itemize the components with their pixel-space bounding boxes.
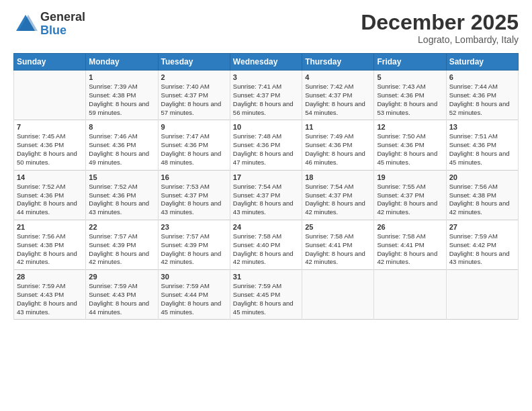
calendar-table: Sunday Monday Tuesday Wednesday Thursday…: [13, 53, 519, 320]
cell-sunrise: Sunrise: 7:46 AM: [89, 132, 137, 140]
day-number: 4: [305, 73, 371, 81]
calendar-row: 14 Sunrise: 7:52 AM Sunset: 4:36 PM Dayl…: [14, 170, 519, 220]
col-wednesday: Wednesday: [230, 54, 302, 71]
location: Lograto, Lombardy, Italy: [361, 34, 519, 45]
calendar-row: 28 Sunrise: 7:59 AM Sunset: 4:43 PM Dayl…: [14, 270, 519, 320]
day-number: 30: [161, 273, 227, 281]
day-number: 9: [161, 123, 227, 131]
table-row: 26 Sunrise: 7:58 AM Sunset: 4:41 PM Dayl…: [374, 220, 446, 269]
cell-sunset: Sunset: 4:36 PM: [377, 91, 424, 99]
cell-sunset: Sunset: 4:38 PM: [17, 241, 64, 248]
cell-daylight: Daylight: 8 hours and 49 minutes.: [89, 150, 149, 166]
cell-sunrise: Sunrise: 7:40 AM: [161, 83, 210, 90]
cell-sunrise: Sunrise: 7:56 AM: [17, 232, 65, 240]
table-row: 11 Sunrise: 7:49 AM Sunset: 4:36 PM Dayl…: [302, 120, 374, 170]
cell-sunrise: Sunrise: 7:53 AM: [161, 183, 210, 190]
cell-daylight: Daylight: 8 hours and 59 minutes.: [89, 100, 149, 116]
cell-daylight: Daylight: 8 hours and 43 minutes.: [449, 250, 510, 266]
table-row: 6 Sunrise: 7:44 AM Sunset: 4:36 PM Dayli…: [446, 71, 518, 120]
logo-general: General: [40, 11, 85, 24]
day-number: 28: [17, 273, 83, 281]
cell-sunset: Sunset: 4:36 PM: [89, 141, 136, 148]
col-tuesday: Tuesday: [158, 54, 230, 71]
cell-sunset: Sunset: 4:41 PM: [305, 241, 352, 248]
table-row: 8 Sunrise: 7:46 AM Sunset: 4:36 PM Dayli…: [86, 120, 158, 170]
day-number: 31: [233, 273, 299, 281]
cell-sunset: Sunset: 4:38 PM: [89, 91, 136, 99]
logo-blue: Blue: [40, 24, 85, 38]
day-number: 22: [89, 223, 154, 231]
cell-sunset: Sunset: 4:38 PM: [449, 191, 496, 199]
cell-daylight: Daylight: 8 hours and 43 minutes.: [17, 300, 77, 316]
calendar-row: 7 Sunrise: 7:45 AM Sunset: 4:36 PM Dayli…: [14, 120, 519, 170]
cell-daylight: Daylight: 8 hours and 54 minutes.: [305, 100, 365, 116]
day-number: 19: [377, 173, 443, 181]
cell-daylight: Daylight: 8 hours and 42 minutes.: [377, 199, 437, 216]
day-number: 6: [449, 73, 515, 81]
cell-sunset: Sunset: 4:39 PM: [161, 241, 208, 248]
logo-text: General Blue: [40, 11, 85, 38]
cell-sunset: Sunset: 4:43 PM: [89, 291, 136, 298]
cell-sunrise: Sunrise: 7:54 AM: [305, 183, 353, 190]
header: General Blue December 2025 Lograto, Lomb…: [13, 11, 519, 45]
table-row: 22 Sunrise: 7:57 AM Sunset: 4:39 PM Dayl…: [86, 220, 158, 269]
cell-sunset: Sunset: 4:37 PM: [161, 191, 208, 199]
cell-sunset: Sunset: 4:37 PM: [305, 191, 352, 199]
table-row: 27 Sunrise: 7:59 AM Sunset: 4:42 PM Dayl…: [446, 220, 518, 269]
cell-sunrise: Sunrise: 7:49 AM: [305, 132, 353, 140]
table-row: 31 Sunrise: 7:59 AM Sunset: 4:45 PM Dayl…: [230, 270, 302, 320]
cell-sunrise: Sunrise: 7:39 AM: [89, 83, 137, 90]
table-row: 13 Sunrise: 7:51 AM Sunset: 4:36 PM Dayl…: [446, 120, 518, 170]
title-block: December 2025 Lograto, Lombardy, Italy: [361, 11, 519, 45]
cell-sunrise: Sunrise: 7:59 AM: [89, 282, 137, 289]
cell-daylight: Daylight: 8 hours and 45 minutes.: [161, 300, 222, 316]
cell-sunrise: Sunrise: 7:56 AM: [449, 183, 498, 190]
cell-sunset: Sunset: 4:37 PM: [161, 91, 208, 99]
col-friday: Friday: [374, 54, 446, 71]
cell-daylight: Daylight: 8 hours and 42 minutes.: [305, 199, 365, 216]
day-number: 16: [161, 173, 227, 181]
cell-sunset: Sunset: 4:36 PM: [89, 191, 136, 199]
cell-daylight: Daylight: 8 hours and 45 minutes.: [233, 300, 294, 316]
day-number: 5: [377, 73, 443, 81]
table-row: [446, 270, 518, 320]
table-row: 28 Sunrise: 7:59 AM Sunset: 4:43 PM Dayl…: [14, 270, 86, 320]
cell-sunset: Sunset: 4:37 PM: [305, 91, 352, 99]
table-row: 19 Sunrise: 7:55 AM Sunset: 4:37 PM Dayl…: [374, 170, 446, 220]
cell-sunset: Sunset: 4:41 PM: [377, 241, 424, 248]
cell-sunrise: Sunrise: 7:55 AM: [377, 183, 425, 190]
cell-sunrise: Sunrise: 7:57 AM: [89, 232, 137, 240]
day-number: 21: [17, 223, 83, 231]
cell-sunrise: Sunrise: 7:58 AM: [233, 232, 281, 240]
cell-sunset: Sunset: 4:37 PM: [233, 191, 280, 199]
cell-sunset: Sunset: 4:43 PM: [17, 291, 64, 298]
day-number: 8: [89, 123, 154, 131]
cell-daylight: Daylight: 8 hours and 42 minutes.: [89, 250, 149, 266]
cell-sunrise: Sunrise: 7:45 AM: [17, 132, 65, 140]
table-row: [302, 270, 374, 320]
cell-daylight: Daylight: 8 hours and 57 minutes.: [161, 100, 222, 116]
cell-daylight: Daylight: 8 hours and 42 minutes.: [233, 250, 294, 266]
col-thursday: Thursday: [302, 54, 374, 71]
day-number: 25: [305, 223, 371, 231]
day-number: 18: [305, 173, 371, 181]
table-row: 9 Sunrise: 7:47 AM Sunset: 4:36 PM Dayli…: [158, 120, 230, 170]
table-row: 21 Sunrise: 7:56 AM Sunset: 4:38 PM Dayl…: [14, 220, 86, 269]
day-number: 3: [233, 73, 299, 81]
day-number: 14: [17, 173, 83, 181]
cell-sunrise: Sunrise: 7:59 AM: [161, 282, 210, 289]
cell-sunrise: Sunrise: 7:43 AM: [377, 83, 425, 90]
cell-sunrise: Sunrise: 7:48 AM: [233, 132, 281, 140]
table-row: 24 Sunrise: 7:58 AM Sunset: 4:40 PM Dayl…: [230, 220, 302, 269]
cell-sunrise: Sunrise: 7:59 AM: [17, 282, 65, 289]
cell-sunset: Sunset: 4:36 PM: [377, 141, 424, 148]
cell-sunset: Sunset: 4:39 PM: [89, 241, 136, 248]
table-row: 3 Sunrise: 7:41 AM Sunset: 4:37 PM Dayli…: [230, 71, 302, 120]
calendar-row: 21 Sunrise: 7:56 AM Sunset: 4:38 PM Dayl…: [14, 220, 519, 269]
cell-daylight: Daylight: 8 hours and 43 minutes.: [161, 199, 222, 216]
day-number: 1: [89, 73, 154, 81]
logo: General Blue: [13, 11, 85, 38]
day-number: 15: [89, 173, 154, 181]
day-number: 24: [233, 223, 299, 231]
cell-daylight: Daylight: 8 hours and 47 minutes.: [233, 150, 294, 166]
